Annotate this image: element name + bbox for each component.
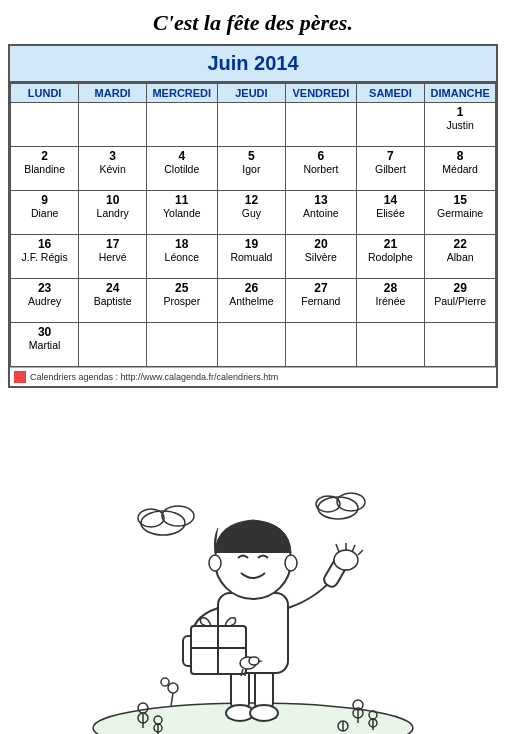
day-saint-name: Fernand (288, 295, 353, 307)
day-saint-name: Paul/Pierre (427, 295, 493, 307)
svg-point-15 (168, 683, 178, 693)
day-saint-name: Landry (81, 207, 144, 219)
calendar-cell: 15Germaine (425, 191, 496, 235)
day-saint-name: Romuald (220, 251, 284, 263)
svg-point-46 (209, 555, 221, 571)
calendar-cell: 19Romuald (217, 235, 286, 279)
day-saint-name: Guy (220, 207, 284, 219)
day-number: 11 (149, 193, 215, 207)
day-number: 7 (359, 149, 423, 163)
svg-point-19 (162, 506, 194, 526)
day-header: LUNDI (11, 84, 79, 103)
svg-line-35 (336, 544, 339, 552)
day-number: 19 (220, 237, 284, 251)
day-number: 2 (13, 149, 76, 163)
day-header: SAMEDI (356, 84, 425, 103)
calendar-cell: 9Diane (11, 191, 79, 235)
calendar-cell (356, 103, 425, 147)
calendar-cell: 4Clotilde (147, 147, 218, 191)
day-saint-name: Norbert (288, 163, 353, 175)
footer-icon (14, 371, 26, 383)
calendar-cell: 14Elisée (356, 191, 425, 235)
day-saint-name: Baptiste (81, 295, 144, 307)
day-saint-name: Germaine (427, 207, 493, 219)
calendar-wrapper: Juin 2014 LUNDIMARDIMERCREDIJEUDIVENDRED… (8, 44, 498, 388)
calendar-table: LUNDIMARDIMERCREDIJEUDIVENDREDISAMEDIDIM… (10, 83, 496, 367)
calendar-cell: 29Paul/Pierre (425, 279, 496, 323)
calendar-cell: 30Martial (11, 323, 79, 367)
calendar-cell (147, 323, 218, 367)
calendar-header: Juin 2014 (10, 46, 496, 83)
day-saint-name: Rodolphe (359, 251, 423, 263)
day-number: 15 (427, 193, 493, 207)
svg-point-27 (250, 705, 278, 721)
day-saint-name: Prosper (149, 295, 215, 307)
svg-point-20 (138, 509, 164, 527)
day-saint-name: J.F. Régis (13, 251, 76, 263)
calendar-cell: 10Landry (79, 191, 147, 235)
svg-point-47 (285, 555, 297, 571)
calendar-cell (11, 103, 79, 147)
calendar-cell: 3Kévin (79, 147, 147, 191)
calendar-cell: 11Yolande (147, 191, 218, 235)
calendar-cell: 6Norbert (286, 147, 356, 191)
calendar-cell (147, 103, 218, 147)
calendar-cell: 25Prosper (147, 279, 218, 323)
day-saint-name: Blandine (13, 163, 76, 175)
svg-point-31 (334, 550, 358, 570)
day-saint-name: Clotilde (149, 163, 215, 175)
day-saint-name: Elisée (359, 207, 423, 219)
day-saint-name: Justin (427, 119, 493, 131)
day-saint-name: Diane (13, 207, 76, 219)
calendar-cell: 2Blandine (11, 147, 79, 191)
calendar-cell: 24Baptiste (79, 279, 147, 323)
svg-line-43 (245, 669, 246, 676)
day-number: 14 (359, 193, 423, 207)
calendar-cell: 13Antoine (286, 191, 356, 235)
day-number: 21 (359, 237, 423, 251)
day-saint-name: Anthelme (220, 295, 284, 307)
calendar-cell: 12Guy (217, 191, 286, 235)
day-number: 26 (220, 281, 284, 295)
day-saint-name: Yolande (149, 207, 215, 219)
day-header: DIMANCHE (425, 84, 496, 103)
calendar-cell: 17Hervé (79, 235, 147, 279)
day-saint-name: Irénée (359, 295, 423, 307)
day-saint-name: Léonce (149, 251, 215, 263)
calendar-week-row: 1Justin (11, 103, 496, 147)
calendar-cell: 1Justin (425, 103, 496, 147)
page-title: C'est la fête des pères. (0, 0, 506, 44)
calendar-week-row: 9Diane10Landry11Yolande12Guy13Antoine14E… (11, 191, 496, 235)
day-number: 24 (81, 281, 144, 295)
day-number: 3 (81, 149, 144, 163)
day-number: 1 (427, 105, 493, 119)
day-number: 30 (13, 325, 76, 339)
day-saint-name: Kévin (81, 163, 144, 175)
calendar-cell (286, 323, 356, 367)
calendar-cell (356, 323, 425, 367)
day-number: 22 (427, 237, 493, 251)
calendar-cell: 23Audrey (11, 279, 79, 323)
calendar-cell: 16J.F. Régis (11, 235, 79, 279)
calendar-cell (79, 103, 147, 147)
day-saint-name: Antoine (288, 207, 353, 219)
calendar-cell: 20Silvère (286, 235, 356, 279)
day-saint-name: Gilbert (359, 163, 423, 175)
day-number: 13 (288, 193, 353, 207)
calendar-cell: 5Igor (217, 147, 286, 191)
svg-point-16 (161, 678, 169, 686)
day-saint-name: Silvère (288, 251, 353, 263)
calendar-header-row: LUNDIMARDIMERCREDIJEUDIVENDREDISAMEDIDIM… (11, 84, 496, 103)
day-saint-name: Audrey (13, 295, 76, 307)
svg-line-34 (358, 550, 363, 555)
day-number: 10 (81, 193, 144, 207)
day-number: 18 (149, 237, 215, 251)
day-number: 12 (220, 193, 284, 207)
svg-point-40 (249, 657, 259, 665)
calendar-cell (286, 103, 356, 147)
calendar-cell: 8Médard (425, 147, 496, 191)
calendar-cell: 7Gilbert (356, 147, 425, 191)
footer-text: Calendriers agendas : http://www.calagen… (30, 372, 278, 382)
boy-illustration (83, 398, 423, 734)
calendar-cell: 21Rodolphe (356, 235, 425, 279)
